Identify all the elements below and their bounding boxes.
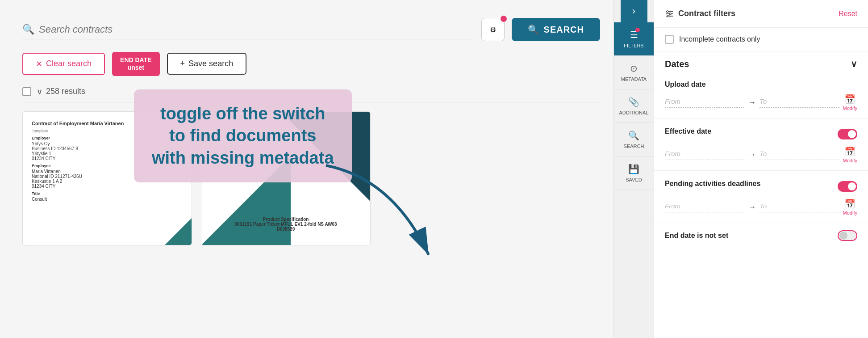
- saved-label: SAVED: [626, 177, 642, 182]
- card1-title-value: Consult: [32, 197, 183, 202]
- date-arrow-icon: →: [748, 98, 756, 107]
- end-date-not-set-section: End date is not set: [654, 223, 868, 248]
- pending-date-from[interactable]: From: [665, 202, 680, 210]
- save-search-button[interactable]: + Save search: [167, 53, 247, 75]
- search-nav-icon: 🔍: [628, 130, 639, 141]
- filters-panel: Contract filters Reset Incomplete contra…: [654, 0, 868, 338]
- reset-link[interactable]: Reset: [839, 10, 857, 18]
- upload-date-section: Upload date From → To 📅 Modify: [654, 73, 868, 118]
- pending-toggle[interactable]: [838, 181, 857, 192]
- effective-date-title: Effective date: [665, 127, 711, 135]
- pending-date-header-row: Pending activities deadlines: [665, 178, 857, 195]
- effective-date-toggle[interactable]: [838, 129, 857, 139]
- pending-date-range: From → To 📅 Modify: [665, 199, 857, 215]
- upload-date-to[interactable]: To: [760, 97, 767, 105]
- effective-calendar-icon: 📅: [844, 146, 855, 157]
- effective-date-from[interactable]: From: [665, 150, 680, 157]
- effective-date-to[interactable]: To: [760, 150, 767, 157]
- save-label: Save search: [188, 59, 233, 68]
- pending-modify-button[interactable]: 📅 Modify: [843, 199, 857, 215]
- main-content: 🔍 ⚙ 🔍 SEARCH ✕ Clear search END DATE uns…: [0, 0, 613, 338]
- dates-chevron-icon: ∨: [851, 59, 857, 69]
- additional-icon: 📎: [628, 97, 639, 107]
- plus-icon: +: [180, 59, 185, 68]
- pending-date-to[interactable]: To: [760, 202, 767, 210]
- search-btn-label: SEARCH: [544, 25, 584, 35]
- svg-point-5: [669, 13, 671, 15]
- effective-date-section: Effective date From → To 📅 Modify: [654, 118, 868, 171]
- end-date-not-set-label: End date is not set: [665, 232, 728, 240]
- results-number: 258 results: [46, 87, 85, 96]
- search-row: 🔍 ⚙ 🔍 SEARCH: [22, 18, 600, 41]
- filters-title: Contract filters: [665, 9, 735, 18]
- sidebar-item-additional[interactable]: 📎 ADDITIONAL: [614, 89, 654, 123]
- dates-section-header[interactable]: Dates ∨: [654, 51, 868, 73]
- sidebar-nav: › ☰ FILTERS ⊙ METADATA 📎 ADDITIONAL 🔍 SE…: [613, 0, 654, 338]
- pending-arrow-icon: →: [748, 203, 756, 212]
- metadata-icon: ⊙: [630, 63, 638, 74]
- search-icon: 🔍: [22, 24, 34, 35]
- filters-header: Contract filters Reset: [654, 0, 868, 28]
- end-date-line2: unset: [120, 64, 152, 72]
- card1-corner-decoration: [165, 218, 192, 245]
- search-input-wrapper[interactable]: 🔍: [22, 20, 474, 39]
- pending-date-from-wrapper: From: [665, 202, 744, 212]
- svg-point-4: [667, 11, 668, 13]
- card1-title-label: Title: [32, 191, 183, 196]
- filter-button[interactable]: ⚙: [481, 18, 505, 41]
- filter-icon: ⚙: [490, 25, 496, 34]
- end-date-badge: END DATE unset: [112, 52, 160, 76]
- upload-modify-button[interactable]: 📅 Modify: [843, 94, 857, 111]
- upload-date-from[interactable]: From: [665, 97, 680, 105]
- search-input[interactable]: [39, 24, 474, 35]
- effective-date-header-row: Effective date: [665, 126, 857, 143]
- effective-date-range: From → To 📅 Modify: [665, 146, 857, 163]
- effective-modify-button[interactable]: 📅 Modify: [843, 146, 857, 163]
- clear-label: Clear search: [46, 59, 92, 68]
- upload-date-from-wrapper: From: [665, 97, 744, 108]
- arrow-overlay: [304, 156, 438, 270]
- pending-date-to-wrapper: To: [760, 202, 839, 212]
- filter-badge: [501, 16, 507, 22]
- contract-filters-icon: [665, 9, 674, 18]
- pending-date-title: Pending activities deadlines: [665, 180, 760, 188]
- sidebar-item-filters[interactable]: ☰ FILTERS: [614, 22, 654, 56]
- incomplete-label: Incomplete contracts only: [679, 35, 760, 43]
- sidebar-item-metadata[interactable]: ⊙ METADATA: [614, 56, 654, 89]
- end-date-toggle[interactable]: [838, 230, 857, 241]
- pending-calendar-icon: 📅: [844, 199, 855, 209]
- saved-icon: 💾: [628, 164, 639, 174]
- upload-date-range: From → To 📅 Modify: [665, 94, 857, 111]
- calendar-icon: 📅: [844, 94, 855, 105]
- chevron-right-icon: ›: [632, 5, 635, 17]
- sidebar-item-saved[interactable]: 💾 SAVED: [614, 156, 654, 190]
- end-date-line1: END DATE: [120, 56, 152, 64]
- search-nav-label: SEARCH: [624, 144, 644, 149]
- incomplete-contracts-row: Incomplete contracts only: [654, 28, 868, 51]
- effective-date-to-wrapper: To: [760, 150, 839, 160]
- search-btn-icon: 🔍: [528, 24, 539, 35]
- effective-modify-label: Modify: [843, 158, 857, 163]
- effective-arrow-icon: →: [748, 150, 756, 160]
- pending-modify-label: Modify: [843, 210, 857, 215]
- filters-dot: [635, 28, 640, 32]
- chevron-right-button[interactable]: ›: [621, 0, 647, 22]
- chevron-down-icon: ∨: [37, 87, 42, 97]
- incomplete-checkbox[interactable]: [665, 35, 674, 44]
- filters-panel-title: Contract filters: [678, 9, 735, 18]
- metadata-label: METADATA: [621, 76, 647, 82]
- dates-section-title: Dates: [665, 59, 689, 69]
- select-all-checkbox[interactable]: [22, 87, 31, 96]
- filters-icon-wrapper: ☰: [630, 30, 638, 40]
- sidebar-item-search[interactable]: 🔍 SEARCH: [614, 123, 654, 156]
- action-row: ✕ Clear search END DATE unset + Save sea…: [22, 52, 600, 76]
- upload-date-title: Upload date: [665, 80, 857, 89]
- results-count: ∨ 258 results: [37, 87, 85, 97]
- arrow-svg: [304, 156, 438, 268]
- svg-point-6: [668, 15, 669, 17]
- pending-date-section: Pending activities deadlines From → To 📅…: [654, 171, 868, 223]
- search-button[interactable]: 🔍 SEARCH: [512, 18, 600, 41]
- filters-label: FILTERS: [624, 43, 643, 48]
- clear-search-button[interactable]: ✕ Clear search: [22, 53, 105, 75]
- clear-icon: ✕: [36, 59, 42, 69]
